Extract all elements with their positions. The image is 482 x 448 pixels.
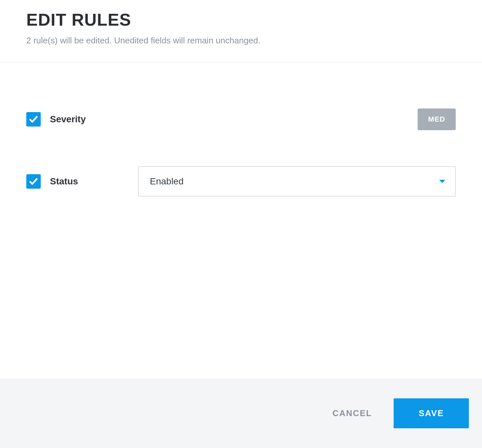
page-title: EDIT RULES [26, 10, 456, 30]
form-content: Severity MED Status Enabled [0, 62, 482, 379]
dialog-header: EDIT RULES 2 rule(s) will be edited. Une… [0, 0, 482, 62]
page-subtitle: 2 rule(s) will be edited. Unedited field… [26, 35, 456, 46]
severity-badge[interactable]: MED [418, 108, 456, 130]
status-label: Status [50, 176, 78, 187]
severity-label: Severity [50, 114, 86, 125]
status-checkbox-group: Status [26, 174, 138, 189]
checkmark-icon [29, 177, 38, 186]
cancel-button[interactable]: CANCEL [327, 402, 377, 425]
status-checkbox[interactable] [26, 174, 41, 189]
checkmark-icon [29, 114, 38, 124]
severity-checkbox-group: Severity [26, 112, 138, 127]
chevron-down-icon [439, 180, 445, 183]
status-select-value: Enabled [150, 176, 184, 187]
status-select-wrapper: Enabled [138, 166, 456, 197]
save-button[interactable]: SAVE [394, 398, 469, 428]
status-select[interactable]: Enabled [138, 166, 456, 197]
severity-row: Severity MED [26, 108, 456, 130]
status-control: Enabled [138, 166, 456, 197]
status-row: Status Enabled [26, 166, 456, 197]
severity-checkbox[interactable] [26, 112, 41, 127]
dialog-footer: CANCEL SAVE [0, 379, 482, 448]
severity-control: MED [138, 108, 456, 130]
